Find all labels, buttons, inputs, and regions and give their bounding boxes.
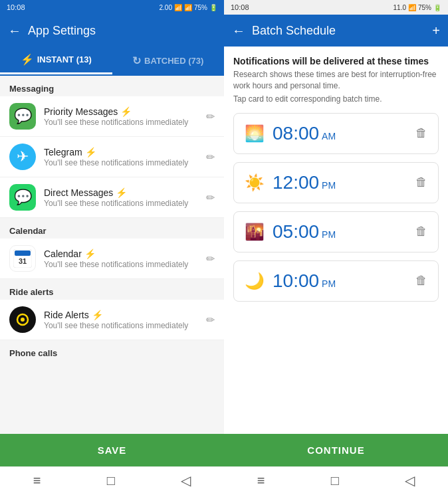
noon-emoji: ☀️ <box>245 173 265 192</box>
list-item-ride-alerts[interactable]: Ride Alerts ⚡ You'll see these notificat… <box>0 300 224 340</box>
right-header-title: Batch Schedule <box>252 24 425 38</box>
status-time-left: 10:08 <box>7 3 25 11</box>
time-card-noon[interactable]: ☀️ 12:00 PM 🗑 <box>233 162 439 203</box>
ride-alerts-name: Ride Alerts <box>44 310 89 320</box>
time-card-noon-left: ☀️ 12:00 PM <box>245 172 336 193</box>
list-item-priority-messages[interactable]: 💬 Priority Messages ⚡ You'll see these n… <box>0 96 224 137</box>
phone-calls-spacer <box>0 361 224 381</box>
time-card-night[interactable]: 🌙 10:00 PM 🗑 <box>233 260 439 302</box>
evening-time-display: 05:00 PM <box>273 221 336 243</box>
time-card-morning[interactable]: 🌅 08:00 AM 🗑 <box>233 113 439 154</box>
tabs-container: ⚡ INSTANT (13) ↻ BATCHED (73) <box>0 47 224 76</box>
home-icon-right[interactable]: □ <box>331 473 339 488</box>
priority-messages-edit[interactable]: ✏ <box>206 110 215 123</box>
calendar-text: Calendar ⚡ You'll see these notification… <box>44 248 198 269</box>
status-time-right: 10:08 <box>231 3 249 11</box>
direct-messages-icon: 💬 <box>9 184 36 211</box>
morning-emoji: 🌅 <box>245 124 265 143</box>
priority-messages-bolt: ⚡ <box>120 106 132 117</box>
direct-messages-text: Direct Messages ⚡ You'll see these notif… <box>44 187 198 208</box>
telegram-name: Telegram <box>44 147 82 157</box>
evening-time: 05:00 <box>273 221 319 243</box>
telegram-sub: You'll see these notifications immediate… <box>44 158 198 167</box>
back-icon-left[interactable]: ◁ <box>181 472 191 488</box>
night-time: 10:00 <box>273 270 319 292</box>
back-button-left[interactable]: ← <box>8 23 21 39</box>
morning-ampm: AM <box>322 131 336 142</box>
telegram-text: Telegram ⚡ You'll see these notification… <box>44 147 198 167</box>
calendar-edit[interactable]: ✏ <box>206 252 215 265</box>
night-delete-button[interactable]: 🗑 <box>415 274 427 288</box>
left-content: Messaging 💬 Priority Messages ⚡ You'll s… <box>0 76 224 434</box>
evening-delete-button[interactable]: 🗑 <box>415 225 427 239</box>
night-emoji: 🌙 <box>245 272 265 290</box>
left-header-title: App Settings <box>28 24 216 38</box>
direct-messages-bolt: ⚡ <box>116 187 127 198</box>
bottom-nav-left: ≡ □ ◁ <box>0 466 224 495</box>
noon-time: 12:00 <box>273 172 319 193</box>
section-calendar: Calendar <box>0 218 224 239</box>
right-header: ← Batch Schedule + <box>224 15 448 47</box>
list-item-telegram[interactable]: ✈ Telegram ⚡ You'll see these notificati… <box>0 137 224 177</box>
noon-delete-button[interactable]: 🗑 <box>415 175 427 189</box>
direct-messages-name: Direct Messages <box>44 187 113 198</box>
section-messaging: Messaging <box>0 76 224 96</box>
noon-ampm: PM <box>322 180 336 191</box>
list-item-direct-messages[interactable]: 💬 Direct Messages ⚡ You'll see these not… <box>0 177 224 218</box>
status-bar-right: 10:08 11.0 📶 75% 🔋 <box>224 0 448 15</box>
time-card-evening[interactable]: 🌇 05:00 PM 🗑 <box>233 211 439 252</box>
back-button-right[interactable]: ← <box>232 23 245 39</box>
telegram-bolt: ⚡ <box>85 147 96 157</box>
instant-icon: ⚡ <box>21 53 34 66</box>
calendar-sub: You'll see these notifications immediate… <box>44 260 198 269</box>
calendar-bolt: ⚡ <box>84 248 96 259</box>
menu-icon-left[interactable]: ≡ <box>33 473 41 488</box>
evening-emoji: 🌇 <box>245 223 265 241</box>
list-item-calendar[interactable]: 31 Calendar ⚡ You'll see these notificat… <box>0 239 224 279</box>
ride-alerts-bolt: ⚡ <box>92 310 103 320</box>
home-icon-left[interactable]: □ <box>107 473 115 488</box>
left-header: ← App Settings <box>0 15 224 47</box>
add-button-right[interactable]: + <box>432 23 440 39</box>
status-icons-right: 11.0 📶 75% 🔋 <box>393 4 441 11</box>
right-screen: 10:08 11.0 📶 75% 🔋 ← Batch Schedule + No… <box>224 0 448 495</box>
night-ampm: PM <box>322 278 336 289</box>
telegram-edit[interactable]: ✏ <box>206 151 215 163</box>
batch-content: Notifications will be delivered at these… <box>224 47 448 434</box>
direct-messages-sub: You'll see these notifications immediate… <box>44 199 198 208</box>
tab-instant-label: INSTANT (13) <box>37 54 92 64</box>
ride-alerts-sub: You'll see these notifications immediate… <box>44 321 198 330</box>
night-time-display: 10:00 PM <box>273 270 336 292</box>
priority-messages-name: Priority Messages <box>44 106 118 117</box>
tab-batched-label: BATCHED (73) <box>144 56 203 66</box>
batch-info-sub: Research shows these times are best for … <box>233 69 439 92</box>
morning-delete-button[interactable]: 🗑 <box>415 126 427 140</box>
svg-text:31: 31 <box>19 257 27 265</box>
tab-batched[interactable]: ↻ BATCHED (73) <box>112 47 225 74</box>
ride-alerts-icon <box>9 306 36 333</box>
menu-icon-right[interactable]: ≡ <box>257 473 265 488</box>
priority-messages-text: Priority Messages ⚡ You'll see these not… <box>44 106 198 127</box>
svg-point-5 <box>21 318 25 322</box>
status-icons-left: 2.00 📶 📶 75% 🔋 <box>160 4 217 11</box>
morning-time-display: 08:00 AM <box>273 123 336 144</box>
direct-messages-edit[interactable]: ✏ <box>206 191 215 204</box>
calendar-name: Calendar <box>44 248 82 259</box>
ride-alerts-edit[interactable]: ✏ <box>206 314 215 326</box>
evening-ampm: PM <box>322 229 336 240</box>
bottom-nav-right: ≡ □ ◁ <box>224 466 448 495</box>
priority-messages-sub: You'll see these notifications immediate… <box>44 118 198 127</box>
ride-alerts-text: Ride Alerts ⚡ You'll see these notificat… <box>44 310 198 330</box>
left-screen: 10:08 2.00 📶 📶 75% 🔋 ← App Settings ⚡ IN… <box>0 0 224 495</box>
status-bar-left: 10:08 2.00 📶 📶 75% 🔋 <box>0 0 224 15</box>
time-card-morning-left: 🌅 08:00 AM <box>245 123 336 144</box>
noon-time-display: 12:00 PM <box>273 172 336 193</box>
tab-instant[interactable]: ⚡ INSTANT (13) <box>0 47 112 74</box>
back-icon-right[interactable]: ◁ <box>405 472 415 488</box>
batched-icon: ↻ <box>132 54 141 67</box>
section-ride-alerts: Ride alerts <box>0 279 224 300</box>
calendar-icon: 31 <box>9 245 36 272</box>
continue-button[interactable]: CONTINUE <box>224 434 448 466</box>
save-button[interactable]: SAVE <box>0 434 224 466</box>
batch-info-hint: Tap card to edit corresponding batch tim… <box>233 94 439 104</box>
